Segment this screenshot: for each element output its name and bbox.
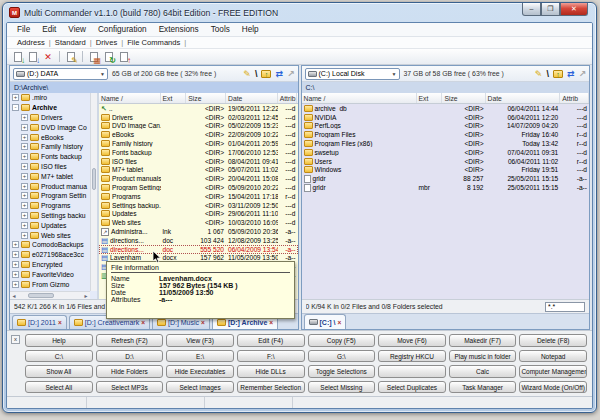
file-row[interactable]: ▤directions...doc103 42412/08/2009 13:25…	[99, 236, 298, 245]
panel-close-button[interactable]: x	[11, 335, 20, 344]
maximize-pane-icon[interactable]: ↗	[287, 69, 295, 79]
tree-item-e0271968ace3cc[interactable]: +e0271968ace3cc	[10, 250, 90, 260]
tree-item-iso-files[interactable]: +ISO files	[10, 162, 90, 172]
toolbar-tab-standard[interactable]: Standard	[51, 38, 90, 47]
right-drive-select[interactable]: (C:) Local Disk ▼	[305, 68, 400, 80]
tree-item-fonts-backup[interactable]: +Fonts backup	[10, 152, 90, 162]
swap-panels-icon[interactable]: ⇄	[275, 69, 283, 79]
tree-item-product-manua[interactable]: +Product manua	[10, 181, 90, 191]
tree-item-web-sites[interactable]: +Web sites	[10, 230, 90, 240]
tree-expand-icon[interactable]: +	[21, 222, 28, 229]
function-button-notepad[interactable]: Notepad	[519, 350, 587, 363]
tree-item-comodobackups[interactable]: +ComodoBackups	[10, 240, 90, 250]
toolbar-tab-address[interactable]: Address	[13, 38, 49, 47]
function-button-g[interactable]: G:\	[308, 350, 376, 363]
tab-close-icon[interactable]: ×	[201, 319, 205, 326]
tree-expand-icon[interactable]: +	[21, 202, 28, 209]
tree-item-program-settin[interactable]: +Program Settin	[10, 191, 90, 201]
function-button-refresh-f2[interactable]: Refresh (F2)	[96, 334, 164, 347]
tree-item-family-history[interactable]: +Family history	[10, 142, 90, 152]
scroll-thumb[interactable]	[28, 293, 54, 298]
file-row[interactable]: Web sites<DIR>10/03/2010 16:09---d	[99, 218, 298, 227]
pack-icon[interactable]: ▦	[88, 51, 100, 63]
function-button-makedir-f7[interactable]: Makedir (F7)	[449, 334, 517, 347]
tree-item-updates[interactable]: +Updates	[10, 220, 90, 230]
function-button-select-images[interactable]: Select Images	[166, 381, 234, 394]
function-button-move-f6[interactable]: Move (F6)	[378, 334, 446, 347]
file-row[interactable]: NVIDIA<DIR>06/04/2011 12:20---d	[302, 113, 590, 122]
tab-close-icon[interactable]: ×	[58, 319, 62, 326]
function-button-help[interactable]: Help	[25, 334, 93, 347]
file-row[interactable]: PerfLogs<DIR>14/07/2009 04:20---d	[302, 122, 590, 131]
left-drive-select[interactable]: (D:) DATA ▼	[13, 68, 108, 80]
column-header-date[interactable]: Date	[486, 93, 561, 103]
tree-expand-icon[interactable]: +	[12, 94, 19, 101]
tree-item-ebooks[interactable]: +eBooks	[10, 132, 90, 142]
function-button-e[interactable]: E:\	[166, 350, 234, 363]
column-header-attrib[interactable]: Attrib	[278, 93, 298, 103]
tree-expand-icon[interactable]: +	[21, 163, 28, 170]
titlebar[interactable]: M Multi Commander v1.1.0 (build 780) 64b…	[3, 3, 596, 22]
file-row[interactable]: Program Files<DIR>Friday 16:40r--d	[302, 130, 590, 139]
file-row[interactable]: Updates<DIR>29/06/2011 11:10---d	[99, 210, 298, 219]
file-row[interactable]: Program Files (x86)<DIR>Today 13:42r--d	[302, 139, 590, 148]
function-button-edit-f4[interactable]: Edit (F4)	[237, 334, 305, 347]
file-row[interactable]: ▤directions...doc555 52006/04/2009 13:54…	[99, 245, 298, 254]
extract-icon[interactable]: ↑	[118, 51, 130, 63]
file-row[interactable]: grldr88 25725/05/2011 15:15-a--	[302, 174, 590, 183]
function-button-select-duplicates[interactable]: Select Duplicates	[378, 381, 446, 394]
tree-item-drivers[interactable]: +Drivers	[10, 113, 90, 123]
function-button-toggle-selections[interactable]: Toggle Selections	[308, 365, 376, 378]
edit-file-icon[interactable]: ✎	[65, 51, 77, 63]
menu-item-view[interactable]: View	[62, 25, 92, 34]
tree-expand-icon[interactable]: +	[12, 261, 19, 268]
file-row[interactable]: archive_db<DIR>06/04/2011 14:44---d	[302, 104, 590, 113]
function-button-play-music-in-folder[interactable]: Play music in folder	[449, 350, 517, 363]
function-button-registry-hkcu[interactable]: Registry HKCU	[378, 350, 446, 363]
file-row[interactable]: Product manuals<DIR>20/04/2011 15:08---d	[99, 174, 298, 183]
function-button-delete-f8[interactable]: Delete (F8)	[519, 334, 587, 347]
file-row[interactable]: Programs<DIR>15/04/2011 17:18r--d	[99, 192, 298, 201]
file-row[interactable]: Drivers<DIR>02/03/2011 12:45---d	[99, 113, 298, 122]
tree-item-archive[interactable]: -Archive	[10, 103, 90, 113]
tree-expand-icon[interactable]: +	[21, 134, 28, 141]
menu-item-configuration[interactable]: Configuration	[92, 25, 153, 34]
file-row[interactable]: Users<DIR>06/04/2011 11:02r--d	[302, 157, 590, 166]
pane-tab-d-2011[interactable]: [D:] 2011×	[12, 315, 67, 329]
column-header-size[interactable]: Size	[442, 93, 485, 103]
function-button-hide-folders[interactable]: Hide Folders	[96, 365, 164, 378]
tree-horizontal-scrollbar[interactable]: ◄ ►	[10, 291, 90, 299]
copy-file-icon[interactable]: ↓	[12, 51, 24, 63]
tree-item-settings-backu[interactable]: +Settings backu	[10, 211, 90, 221]
tree-expand-icon[interactable]: +	[21, 124, 28, 131]
folder-up-icon[interactable]: ↑	[261, 70, 271, 78]
tree-vertical-scrollbar[interactable]	[90, 93, 97, 291]
file-row[interactable]: M7+ tablet<DIR>05/07/2011 11:02---d	[99, 166, 298, 175]
file-row[interactable]: Family history<DIR>01/04/2011 20:59---d	[99, 139, 298, 148]
toolbar-tab-file-commands[interactable]: File Commands	[123, 38, 184, 47]
file-row[interactable]: DVD Image Can...<DIR>05/02/2009 15:23---…	[99, 122, 298, 131]
menu-item-help[interactable]: Help	[236, 25, 265, 34]
left-path-bar[interactable]: D:\Archive\	[10, 82, 298, 93]
folder-up-icon[interactable]: ↑	[553, 70, 563, 78]
tree-expand-icon[interactable]: +	[12, 271, 19, 278]
function-button-empty[interactable]	[378, 365, 446, 378]
tree-expand-icon[interactable]: +	[21, 192, 28, 199]
tree-expand-icon[interactable]: +	[21, 114, 28, 121]
function-button-wizard-mode-on-off[interactable]: Wizard Mode (On/Off)	[519, 381, 587, 394]
function-button-task-manager[interactable]: Task Manager	[449, 381, 517, 394]
scroll-left-icon[interactable]: ◄	[10, 293, 18, 299]
tree-item-dvd-image-co[interactable]: +DVD Image Co	[10, 122, 90, 132]
tree-expand-icon[interactable]: +	[21, 232, 28, 239]
tree-expand-icon[interactable]: +	[12, 281, 19, 288]
column-header-ext[interactable]: Ext	[417, 93, 443, 103]
edit-path-icon[interactable]: ✎	[535, 69, 543, 79]
tree-item-from-gizmo[interactable]: +From Gizmo	[10, 279, 90, 289]
tab-close-icon[interactable]: ×	[141, 319, 145, 326]
unpack-icon[interactable]: ↻	[103, 51, 115, 63]
function-button-show-all[interactable]: Show All	[25, 365, 93, 378]
tab-close-icon[interactable]: ×	[269, 319, 273, 326]
column-header-name[interactable]: Name /	[302, 93, 417, 103]
column-header-ext[interactable]: Ext	[161, 93, 187, 103]
file-row[interactable]: Program Settings<DIR>05/09/2010 20:22---…	[99, 183, 298, 192]
